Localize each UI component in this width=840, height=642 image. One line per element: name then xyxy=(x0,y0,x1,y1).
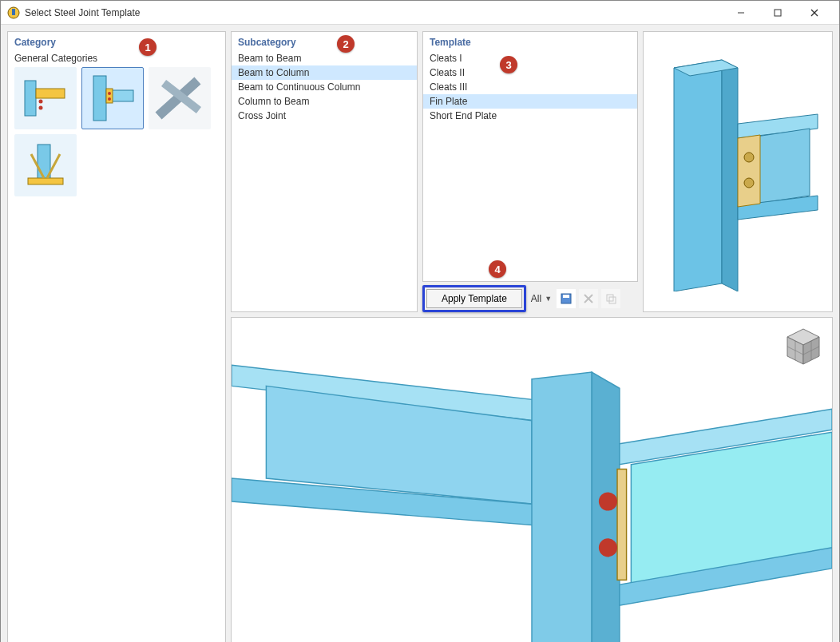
window-close-button[interactable] xyxy=(796,1,833,25)
callout-badge-1: 1 xyxy=(139,38,157,56)
svg-rect-26 xyxy=(609,297,616,303)
svg-rect-18 xyxy=(28,178,63,184)
apply-template-highlight: Apply Template xyxy=(422,285,526,312)
svg-marker-29 xyxy=(722,60,738,291)
category-section-label: General Categories xyxy=(8,51,225,67)
svg-point-35 xyxy=(744,153,754,162)
svg-rect-25 xyxy=(607,295,613,301)
template-area: Template 3 Cleats I Cleats II Cleats III… xyxy=(422,31,833,312)
app-icon xyxy=(7,6,20,19)
callout-badge-3: 3 xyxy=(500,56,517,73)
svg-rect-6 xyxy=(25,81,36,116)
subcategory-header: Subcategory xyxy=(232,32,417,51)
category-panel: Category 1 General Categories xyxy=(7,31,226,642)
callout-badge-4: 4 xyxy=(489,260,506,278)
list-item[interactable]: Beam to Continuous Column xyxy=(232,80,417,94)
svg-point-9 xyxy=(39,106,43,110)
category-thumb-2[interactable] xyxy=(149,67,211,129)
template-list: Cleats I Cleats II Cleats III Fin Plate … xyxy=(423,51,637,123)
list-item[interactable]: Short End Plate xyxy=(423,109,637,123)
svg-rect-12 xyxy=(106,89,113,103)
svg-marker-28 xyxy=(674,60,722,291)
template-preview-panel xyxy=(643,31,833,312)
save-template-button[interactable] xyxy=(557,289,576,308)
apply-toolbar: Apply Template All ▼ xyxy=(422,282,638,312)
category-thumb-1[interactable] xyxy=(81,67,144,129)
delete-template-button[interactable] xyxy=(579,289,598,308)
template-list-panel: Template 3 Cleats I Cleats II Cleats III… xyxy=(422,31,638,282)
category-thumb-0[interactable] xyxy=(14,67,77,129)
list-item[interactable]: Cleats II xyxy=(423,65,637,80)
title-bar: Select Steel Joint Template xyxy=(1,1,839,25)
svg-marker-34 xyxy=(738,135,760,207)
svg-rect-22 xyxy=(563,295,569,298)
apply-filter-value: All xyxy=(531,293,541,304)
window-minimize-button[interactable] xyxy=(723,1,759,25)
model-viewport-illustration xyxy=(232,318,832,642)
svg-point-36 xyxy=(744,178,754,188)
view-cube[interactable] xyxy=(783,326,824,370)
model-viewport-panel[interactable]: X Y Z xyxy=(231,317,833,642)
duplicate-template-button[interactable] xyxy=(601,289,620,308)
svg-point-8 xyxy=(39,100,43,104)
subcategory-panel: Subcategory 2 Beam to Beam Beam to Colum… xyxy=(231,31,418,312)
svg-marker-40 xyxy=(532,372,592,642)
window-title: Select Steel Joint Template xyxy=(25,7,141,18)
list-item[interactable]: Cleats III xyxy=(423,80,637,94)
apply-filter-select[interactable]: All ▼ xyxy=(529,291,553,306)
chevron-down-icon: ▼ xyxy=(545,295,552,303)
svg-point-13 xyxy=(108,92,111,95)
list-item[interactable]: Fin Plate xyxy=(423,94,637,109)
category-thumb-3[interactable] xyxy=(14,134,77,196)
svg-rect-1 xyxy=(12,9,15,15)
svg-rect-7 xyxy=(36,89,65,98)
category-grid xyxy=(8,67,225,196)
callout-badge-2: 2 xyxy=(337,35,355,53)
window-maximize-button[interactable] xyxy=(759,1,796,25)
list-item[interactable]: Column to Beam xyxy=(232,94,417,109)
svg-rect-10 xyxy=(93,76,106,121)
category-header: Category xyxy=(8,32,225,51)
svg-point-14 xyxy=(108,97,111,101)
list-item[interactable]: Beam to Beam xyxy=(232,51,417,65)
svg-rect-3 xyxy=(775,10,781,16)
svg-point-46 xyxy=(599,492,617,510)
subcategory-list: Beam to Beam Beam to Column Beam to Cont… xyxy=(232,51,417,123)
list-item[interactable]: Cross Joint xyxy=(232,109,417,123)
list-item[interactable]: Beam to Column xyxy=(232,65,417,80)
list-item[interactable]: Cleats I xyxy=(423,51,637,65)
preview-3d-illustration xyxy=(650,52,826,291)
template-header: Template xyxy=(423,32,637,51)
apply-template-button[interactable]: Apply Template xyxy=(426,289,522,308)
svg-rect-45 xyxy=(617,469,627,580)
svg-point-47 xyxy=(599,538,617,557)
